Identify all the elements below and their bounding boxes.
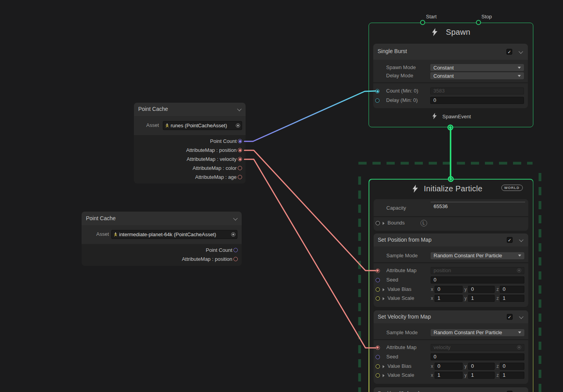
value-scale-z-field[interactable]: 1 [500, 372, 524, 379]
value-bias-x-field[interactable]: 0 [435, 286, 463, 293]
seed-label: Seed [387, 276, 398, 283]
flow-output-port-spawnevent[interactable] [447, 125, 453, 130]
capacity-field[interactable]: 65536 [431, 203, 525, 210]
object-picker-icon[interactable] [231, 232, 235, 237]
value-bias-input-port[interactable] [376, 287, 380, 292]
value-bias-y-field[interactable]: 0 [468, 286, 495, 293]
output-port-color[interactable] [238, 166, 242, 170]
sample-mode-dropdown[interactable]: Random Constant Per Particle [431, 329, 524, 336]
asset-object-field[interactable]: intermediate-planet-64k (PointCacheAsset… [111, 230, 237, 239]
value-bias-expander-icon[interactable] [383, 288, 385, 291]
block-enabled-checkbox[interactable] [507, 237, 513, 243]
seed-field[interactable]: 0 [431, 276, 524, 283]
object-picker-icon[interactable] [236, 123, 240, 128]
vfx-graph-canvas[interactable]: Point Cache Asset runes (PointCacheAsset… [0, 0, 563, 392]
axis-x-label: x [431, 363, 433, 369]
block-header[interactable]: Set Position from Map [374, 233, 528, 246]
attribute-map-field[interactable]: velocity [431, 344, 524, 351]
bounds-expander-icon[interactable] [383, 222, 385, 225]
asset-row: Asset intermediate-planet-64k (PointCach… [82, 225, 242, 244]
flow-input-stop-label: Stop [481, 14, 492, 20]
value-scale-input-port[interactable] [376, 373, 380, 378]
object-picker-icon[interactable] [517, 345, 521, 349]
value-scale-z-field[interactable]: 1 [500, 295, 524, 302]
output-port-velocity[interactable] [238, 157, 242, 161]
output-port-age[interactable] [238, 175, 242, 179]
flow-input-port[interactable] [448, 176, 454, 182]
value-bias-z-field[interactable]: 0 [500, 286, 524, 293]
outputs-area: Point Count AttributeMap : position [82, 244, 242, 266]
attribute-map-value: velocity [434, 344, 517, 351]
edge-position-to-attribute-map[interactable] [244, 150, 376, 271]
asset-row: Asset runes (PointCacheAsset) [134, 116, 246, 135]
output-port-position[interactable] [238, 148, 242, 152]
value-scale-y-field[interactable]: 1 [468, 295, 495, 302]
block-header[interactable]: Position (Sphere) [374, 387, 528, 392]
delay-input-port[interactable] [375, 98, 379, 103]
node-point-cache-planet[interactable]: Point Cache Asset intermediate-planet-64… [82, 212, 242, 266]
spawn-mode-dropdown[interactable]: Constant [430, 64, 524, 71]
output-attributemap-color-label: AttributeMap : color [192, 165, 237, 172]
value-bias-y-field[interactable]: 0 [468, 363, 495, 370]
value-scale-x-field[interactable]: 1 [435, 372, 463, 379]
node-spawn[interactable]: Start Stop Spawn Single Burst Spawn Mode… [369, 23, 533, 127]
spawn-mode-label: Spawn Mode [386, 64, 416, 71]
value-bias-input-port[interactable] [376, 364, 380, 369]
count-label: Count (Min: 0) [386, 87, 418, 94]
delay-mode-dropdown[interactable]: Constant [430, 72, 524, 79]
attribute-map-input-port[interactable] [376, 346, 380, 350]
bounds-space-toggle[interactable]: L [420, 220, 427, 226]
chevron-down-icon[interactable] [237, 107, 241, 111]
value-scale-y-field[interactable]: 1 [468, 372, 495, 379]
attribute-map-label: Attribute Map [387, 344, 417, 351]
block-set-velocity-from-map[interactable]: Set Velocity from Map Sample Mode Random… [374, 310, 528, 384]
count-input-port[interactable] [375, 89, 379, 93]
object-picker-icon[interactable] [517, 268, 521, 273]
point-cache-header[interactable]: Point Cache [134, 103, 246, 116]
block-enabled-checkbox[interactable] [507, 314, 513, 320]
flow-input-port-stop[interactable] [476, 20, 481, 25]
attribute-map-input-port[interactable] [376, 269, 380, 273]
chevron-down-icon[interactable] [519, 314, 523, 319]
output-port-position[interactable] [233, 257, 238, 261]
seed-input-port[interactable] [376, 355, 380, 359]
node-point-cache-runes[interactable]: Point Cache Asset runes (PointCacheAsset… [134, 103, 246, 184]
delay-field[interactable]: 0 [430, 97, 524, 104]
chevron-down-icon[interactable] [233, 216, 237, 220]
sample-mode-dropdown[interactable]: Random Constant Per Particle [431, 252, 524, 259]
edge-velocity-to-attribute-map[interactable] [244, 159, 376, 348]
point-cache-header[interactable]: Point Cache [82, 212, 242, 225]
block-enabled-checkbox[interactable] [506, 49, 512, 55]
flow-input-port-start[interactable] [420, 20, 425, 25]
output-port-point-count[interactable] [238, 139, 242, 143]
block-title: Set Position from Map [378, 237, 432, 243]
value-bias-expander-icon[interactable] [383, 365, 385, 368]
asset-object-field[interactable]: runes (PointCacheAsset) [163, 121, 242, 130]
value-bias-z-field[interactable]: 0 [500, 363, 524, 370]
edge-point-count-to-count[interactable] [244, 91, 376, 141]
seed-input-port[interactable] [376, 278, 380, 282]
space-badge[interactable]: WORLD [501, 185, 523, 191]
attribute-map-field[interactable]: position [431, 267, 524, 274]
node-initialize-particle[interactable]: Initialize Particle WORLD Capacity 65536… [369, 180, 533, 392]
divider [373, 82, 528, 83]
value-scale-x-field[interactable]: 1 [435, 295, 463, 302]
chevron-down-icon[interactable] [519, 237, 523, 242]
value-scale-expander-icon[interactable] [383, 297, 385, 300]
value-scale-input-port[interactable] [376, 296, 380, 301]
value-scale-expander-icon[interactable] [383, 374, 385, 377]
block-header[interactable]: Single Burst [373, 44, 528, 60]
axis-z-label: z [497, 296, 499, 301]
block-set-position-from-map[interactable]: Set Position from Map Sample Mode Random… [374, 233, 528, 307]
value-bias-x-field[interactable]: 0 [435, 363, 463, 370]
block-single-burst[interactable]: Single Burst Spawn Mode Constant Delay M… [373, 44, 528, 108]
block-enabled-checkbox[interactable] [507, 391, 513, 392]
initialize-context-icon [412, 185, 418, 193]
block-position-sphere[interactable]: Position (Sphere) [374, 387, 528, 392]
bounds-input-port[interactable] [376, 221, 380, 225]
block-header[interactable]: Set Velocity from Map [374, 310, 528, 323]
seed-field[interactable]: 0 [431, 353, 524, 360]
output-port-point-count[interactable] [233, 248, 238, 252]
chevron-down-icon[interactable] [518, 49, 523, 53]
count-field[interactable]: 3583 [430, 87, 524, 94]
